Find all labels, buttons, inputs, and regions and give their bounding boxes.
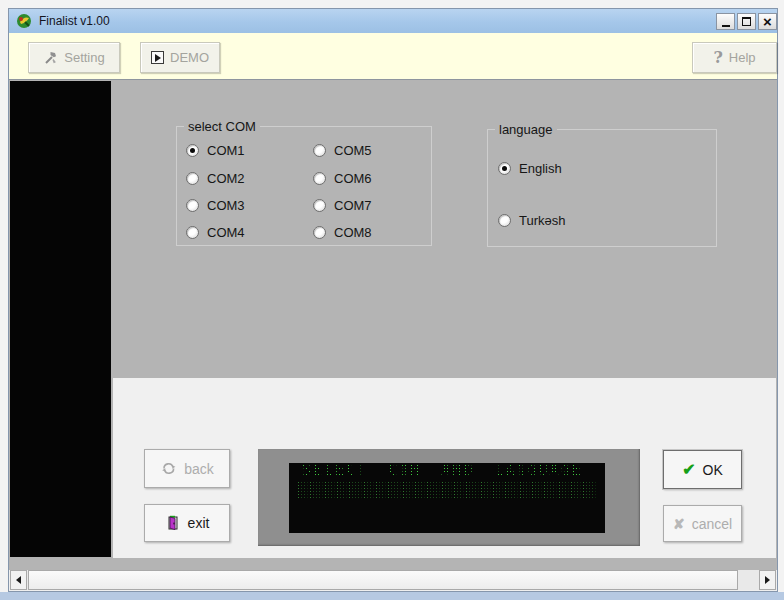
client-area: select COM COM1 COM2 COM3 COM4 [9, 80, 777, 570]
exit-label: exit [188, 515, 210, 531]
titlebar[interactable]: Finalist v1.00 × [9, 9, 777, 33]
radio-com6[interactable]: COM6 [313, 171, 372, 186]
close-button[interactable]: × [758, 13, 777, 30]
cancel-button[interactable]: ✘ cancel [663, 505, 742, 542]
question-icon: ? [713, 48, 722, 67]
scroll-right-button[interactable] [759, 570, 776, 590]
radio-com5-circle[interactable] [313, 144, 326, 157]
led-display-screen: SELECT COM AND LANGUAGE [289, 463, 605, 533]
scroll-left-button[interactable] [10, 570, 27, 590]
demo-label: DEMO [170, 50, 209, 65]
radio-com4[interactable]: COM4 [186, 225, 245, 240]
radio-com5[interactable]: COM5 [313, 143, 372, 158]
radio-com2-circle[interactable] [186, 172, 199, 185]
language-groupbox: language English Turkəsh [487, 129, 717, 247]
radio-com1-circle[interactable] [186, 144, 199, 157]
ok-label: OK [703, 462, 723, 478]
radio-com1[interactable]: COM1 [186, 143, 245, 158]
led-display-frame: SELECT COM AND LANGUAGE [258, 449, 640, 546]
radio-com4-circle[interactable] [186, 226, 199, 239]
horizontal-scrollbar[interactable] [10, 570, 776, 590]
toolbar: Setting DEMO ? Help [9, 33, 777, 80]
radio-com2-label: COM2 [207, 171, 245, 186]
select-com-group-title: select COM [184, 119, 260, 134]
help-label: Help [729, 50, 756, 65]
maximize-icon [742, 17, 751, 26]
radio-com3-label: COM3 [207, 198, 245, 213]
led-dim-row [297, 481, 597, 498]
cancel-label: cancel [692, 516, 732, 532]
window-title: Finalist v1.00 [39, 9, 110, 33]
radio-com5-label: COM5 [334, 143, 372, 158]
radio-com7-circle[interactable] [313, 199, 326, 212]
radio-com3[interactable]: COM3 [186, 198, 245, 213]
radio-com6-label: COM6 [334, 171, 372, 186]
desktop-edge [0, 592, 784, 600]
radio-english-label: English [519, 161, 562, 176]
radio-com7-label: COM7 [334, 198, 372, 213]
radio-com7[interactable]: COM7 [313, 198, 372, 213]
radio-com8[interactable]: COM8 [313, 225, 372, 240]
radio-com2[interactable]: COM2 [186, 171, 245, 186]
radio-com8-label: COM8 [334, 225, 372, 240]
radio-com6-circle[interactable] [313, 172, 326, 185]
minimize-button[interactable] [716, 13, 735, 30]
radio-com3-circle[interactable] [186, 199, 199, 212]
minimize-icon [722, 25, 730, 27]
radio-english[interactable]: English [498, 161, 562, 176]
desktop: Finalist v1.00 × Setting DEMO ? Help [0, 0, 784, 600]
app-logo-icon [16, 13, 32, 29]
setting-button[interactable]: Setting [28, 42, 120, 73]
ok-button[interactable]: ✔ OK [663, 450, 742, 489]
maximize-button[interactable] [737, 13, 756, 30]
close-icon: × [763, 14, 772, 29]
tools-icon [43, 50, 58, 65]
select-com-groupbox: select COM COM1 COM2 COM3 COM4 [176, 126, 432, 246]
radio-turkish-label: Turkəsh [519, 213, 565, 228]
scrollbar-thumb[interactable] [28, 570, 738, 590]
right-arrow-icon [765, 576, 770, 584]
left-black-panel [10, 81, 111, 557]
radio-turkish[interactable]: Turkəsh [498, 213, 565, 228]
radio-com1-label: COM1 [207, 143, 245, 158]
play-icon [151, 51, 164, 64]
radio-english-circle[interactable] [498, 162, 511, 175]
x-icon: ✘ [673, 517, 685, 531]
refresh-icon [160, 461, 177, 476]
app-window: Finalist v1.00 × Setting DEMO ? Help [8, 8, 778, 592]
radio-com4-label: COM4 [207, 225, 245, 240]
demo-button[interactable]: DEMO [140, 42, 220, 73]
left-arrow-icon [16, 576, 21, 584]
radio-turkish-circle[interactable] [498, 214, 511, 227]
exit-door-icon [165, 515, 181, 531]
setting-label: Setting [64, 50, 104, 65]
back-label: back [184, 461, 214, 477]
exit-button[interactable]: exit [144, 504, 230, 542]
language-group-title: language [495, 122, 557, 137]
back-button[interactable]: back [144, 449, 230, 488]
help-button[interactable]: ? Help [692, 42, 777, 73]
radio-com8-circle[interactable] [313, 226, 326, 239]
led-message-text: SELECT COM AND LANGUAGE [302, 463, 583, 479]
check-icon: ✔ [682, 462, 695, 478]
